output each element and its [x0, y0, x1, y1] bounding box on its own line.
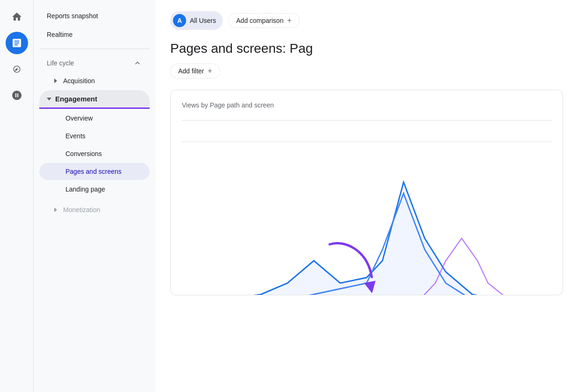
engagement-expand-icon [47, 98, 51, 100]
chart-divider-2 [182, 142, 551, 142]
acquisition-expand-icon [54, 78, 59, 83]
nav-pages-and-screens[interactable]: Pages and screens [39, 163, 150, 180]
nav-panel: Reports snapshot Realtime Life cycle Acq… [34, 0, 155, 392]
main-content: A All Users Add comparison + Pages and s… [155, 0, 578, 392]
chart-svg [182, 149, 551, 295]
add-comparison-icon: + [287, 16, 291, 25]
nav-engagement-label: Engagement [55, 95, 97, 103]
nav-realtime[interactable]: Realtime [39, 26, 150, 43]
reports-nav-button[interactable] [6, 32, 28, 54]
nav-acquisition[interactable]: Acquisition [39, 72, 150, 89]
nav-engagement[interactable]: Engagement [39, 90, 150, 109]
add-filter-label: Add filter [178, 67, 204, 75]
nav-overview[interactable]: Overview [39, 110, 150, 127]
nav-acquisition-label: Acquisition [63, 77, 95, 85]
nav-monetization-label: Monetization [63, 206, 100, 214]
nav-monetization[interactable]: Monetization [39, 201, 150, 218]
chart-card: Views by Page path and screen [170, 90, 563, 295]
all-users-chip[interactable]: A All Users [170, 11, 223, 30]
chart-area [182, 149, 551, 295]
avatar: A [173, 14, 186, 27]
chart-divider-1 [182, 120, 551, 121]
advertising-nav-button[interactable] [6, 84, 28, 107]
nav-conversions[interactable]: Conversions [39, 145, 150, 162]
explore-nav-button[interactable] [6, 58, 28, 80]
add-filter-button[interactable]: Add filter + [170, 64, 220, 78]
all-users-label: All Users [190, 17, 216, 24]
top-bar: A All Users Add comparison + [170, 11, 563, 30]
icon-bar [0, 0, 34, 392]
nav-events[interactable]: Events [39, 128, 150, 144]
nav-lifecycle-label: Life cycle [47, 59, 74, 67]
add-comparison-label: Add comparison [236, 17, 283, 24]
home-nav-button[interactable] [6, 6, 28, 28]
nav-landing-page[interactable]: Landing page [39, 181, 150, 198]
nav-top-items: Reports snapshot Realtime [34, 7, 155, 43]
nav-divider [39, 49, 150, 49]
lifecycle-chevron-icon [133, 58, 142, 68]
page-title: Pages and screens: Pag [170, 41, 563, 56]
monetization-expand-icon [54, 207, 59, 212]
add-filter-icon: + [208, 67, 212, 75]
nav-lifecycle-header[interactable]: Life cycle [39, 55, 150, 71]
chart-title: Views by Page path and screen [182, 101, 551, 109]
nav-reports-snapshot[interactable]: Reports snapshot [39, 7, 150, 24]
add-comparison-button[interactable]: Add comparison + [228, 13, 300, 28]
